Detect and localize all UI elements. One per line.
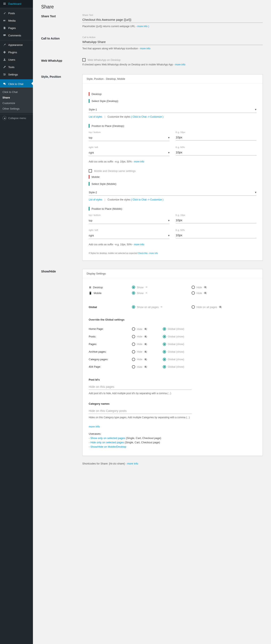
customize-link[interactable]: ( Click to Chat -> Customize ) xyxy=(131,115,163,118)
top-bottom-mobile-select[interactable]: top xyxy=(89,217,170,224)
collapse-menu[interactable]: ◀ Collapse menu xyxy=(0,114,33,122)
sidebar-item-tools[interactable]: Tools xyxy=(0,63,33,71)
mobile-hide-radio[interactable] xyxy=(192,291,195,295)
submenu-other-settings[interactable]: Other Settings xyxy=(0,106,33,112)
check-this-link[interactable]: Check this xyxy=(138,252,148,254)
cta-helper: Text that appears along with WhatsApp ic… xyxy=(82,47,263,50)
right-left-desktop-value[interactable] xyxy=(176,149,256,156)
posts-global-radio[interactable] xyxy=(163,335,166,338)
sidebar-item-comments[interactable]: Comments xyxy=(0,32,33,39)
eye-off-icon: 👁‍🗨 xyxy=(204,292,207,294)
tb-label: top / bottom xyxy=(89,131,170,134)
archive-global-radio[interactable] xyxy=(163,350,166,354)
page-icon xyxy=(3,26,7,30)
submenu-share[interactable]: Share xyxy=(0,95,33,100)
desktop-hide-radio[interactable] xyxy=(192,286,195,289)
sidebar-label: Dashboard xyxy=(8,2,22,5)
show-hide-more-info[interactable]: more info xyxy=(89,425,100,428)
404-hide-radio[interactable] xyxy=(132,365,135,368)
sidebar-item-appearance[interactable]: Appearance xyxy=(0,40,33,48)
category-global-radio[interactable] xyxy=(163,358,166,361)
tools-icon xyxy=(3,65,7,69)
submenu-customize[interactable]: Customize xyxy=(0,100,33,106)
css-suffix-helper: Add css units as suffix - e.g. 10px, 50%… xyxy=(89,160,256,163)
position-desktop-label: Position to Place (Desktop): xyxy=(92,124,125,128)
usecase-show-only[interactable]: Show only on selected pages xyxy=(90,436,125,440)
top-bottom-desktop-select[interactable]: top xyxy=(89,134,170,141)
footer-more-info[interactable]: more info xyxy=(127,462,138,465)
category-hide-radio[interactable] xyxy=(132,358,135,361)
category-names-helper: Hides on this Category type pages, Add m… xyxy=(89,416,256,419)
tiny-more-info[interactable]: - more info xyxy=(148,252,158,254)
style-mobile-select[interactable]: Style-2 xyxy=(89,189,256,196)
web-whatsapp-more-info[interactable]: more info xyxy=(175,63,185,66)
style-position-card-title[interactable]: Style, Position - Desktop, Mobile xyxy=(83,74,262,84)
style-desktop-select[interactable]: Style-1 xyxy=(89,106,256,113)
sidebar-item-media[interactable]: Media xyxy=(0,17,33,24)
chevron-icon: › xyxy=(89,445,90,448)
web-whatsapp-checkbox[interactable] xyxy=(82,58,86,62)
sidebar-item-pages[interactable]: Pages xyxy=(0,24,33,32)
eye-off-icon: 👁‍🗨 xyxy=(219,306,222,308)
usecase-hide-only[interactable]: Hide only on selected pages xyxy=(90,441,124,444)
usecase-show-hide-mobile[interactable]: Show/Hide on Mobile/Desktop xyxy=(90,445,126,448)
plugin-icon xyxy=(3,50,7,54)
css-more-info-m[interactable]: more info xyxy=(134,243,144,246)
style-links: List of styles | Customize the styles ( … xyxy=(89,115,256,118)
global-show-radio[interactable] xyxy=(132,305,135,309)
users-icon xyxy=(3,58,7,62)
category-names-input[interactable] xyxy=(89,408,192,414)
collapse-icon: ◀ xyxy=(3,116,7,120)
share-text-more-info[interactable]: more info ) xyxy=(137,25,149,28)
right-left-mobile-select[interactable]: right xyxy=(89,232,170,239)
eye-off-icon: 👁‍🗨 xyxy=(144,335,147,338)
css-suffix-helper-m: Add css units as suffix - e.g. 10px, 50%… xyxy=(89,243,256,246)
submenu-click-to-chat[interactable]: Click to Chat xyxy=(0,89,33,95)
cta-more-info[interactable]: more info xyxy=(140,47,150,50)
same-settings-label: Mobile and Desktop same setttings xyxy=(94,170,136,172)
sidebar-item-plugins[interactable]: Plugins xyxy=(0,48,33,56)
desktop-show-radio[interactable] xyxy=(132,286,135,289)
list-of-styles-link-mobile[interactable]: List of styles xyxy=(89,198,102,201)
sidebar-item-settings[interactable]: Settings xyxy=(0,71,33,78)
global-hide-radio[interactable] xyxy=(192,305,195,309)
pct-label: E.g. 50% xyxy=(176,146,256,148)
home-global-radio[interactable] xyxy=(163,327,166,331)
sidebar-item-dashboard[interactable]: Dashboard xyxy=(0,0,33,8)
px-label-m: E.g. 10px xyxy=(176,214,256,216)
style-links-mobile: List of styles | Customize the styles ( … xyxy=(89,198,256,201)
display-settings-title[interactable]: Display Settings xyxy=(83,269,262,278)
archive-hide-radio[interactable] xyxy=(132,350,135,354)
home-hide-radio[interactable] xyxy=(132,327,135,331)
sidebar-label: Settings xyxy=(8,73,18,76)
eye-off-icon: 👁‍🗨 xyxy=(144,350,147,353)
sidebar-label: Pages xyxy=(8,26,16,30)
pages-global-radio[interactable] xyxy=(163,342,166,346)
pages-hide-radio[interactable] xyxy=(132,342,135,346)
select-style-mobile-label: Select Style (Mobile): xyxy=(92,182,117,186)
right-left-mobile-value[interactable] xyxy=(176,232,256,238)
post-ids-input[interactable] xyxy=(89,384,192,390)
bar-icon xyxy=(89,92,90,96)
404-global-radio[interactable] xyxy=(163,365,166,368)
top-bottom-desktop-value[interactable] xyxy=(176,134,256,140)
top-bottom-mobile-value[interactable] xyxy=(176,217,256,223)
sidebar-item-users[interactable]: Users xyxy=(0,56,33,63)
row-label-web-whatsapp: Web WhatsApp xyxy=(41,58,82,66)
list-of-styles-link[interactable]: List of styles xyxy=(89,115,102,118)
home-label: Home Page: xyxy=(89,327,132,330)
posts-hide-radio[interactable] xyxy=(132,335,135,338)
css-more-info[interactable]: more info xyxy=(134,160,144,163)
sidebar-item-posts[interactable]: Posts xyxy=(0,8,33,17)
sidebar-item-click-to-chat[interactable]: Click to Chat xyxy=(0,79,33,88)
category-names-heading: Category names xyxy=(89,402,256,405)
cta-input[interactable] xyxy=(82,39,263,45)
media-icon xyxy=(3,18,7,22)
share-text-input[interactable] xyxy=(82,17,263,23)
bar-icon xyxy=(89,207,90,210)
right-left-desktop-select[interactable]: right xyxy=(89,149,170,156)
mobile-show-radio[interactable] xyxy=(132,291,135,295)
customize-link-mobile[interactable]: ( Click to Chat -> Customize ) xyxy=(131,198,163,201)
same-settings-checkbox[interactable] xyxy=(89,169,92,172)
eye-off-icon: 👁‍🗨 xyxy=(144,343,147,346)
